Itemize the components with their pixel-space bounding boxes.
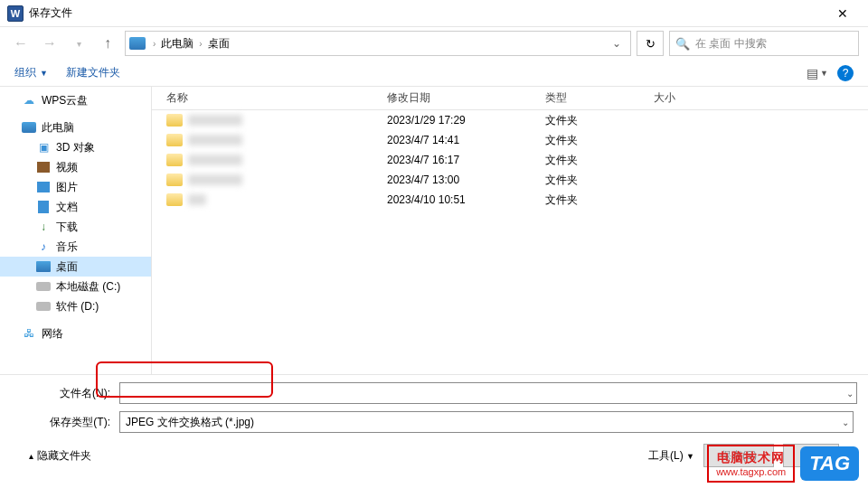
file-name [188,194,206,205]
sidebar-item-disk-c[interactable]: 本地磁盘 (C:) [0,277,151,296]
savetype-combobox[interactable]: JPEG 文件交换格式 (*.jpg) ⌄ [119,411,854,433]
sidebar: ☁WPS云盘 此电脑 ▣3D 对象 视频 图片 文档 ↓下载 ♪音乐 桌面 本地… [0,87,152,374]
watermark-url: www.tagxp.com [716,466,786,477]
breadcrumb-dropdown[interactable]: ⌄ [607,37,627,50]
chevron-up-icon: ▴ [29,451,33,461]
savetype-label: 保存类型(T): [14,415,114,430]
search-placeholder: 在 桌面 中搜索 [695,36,767,52]
app-icon: W [7,5,24,22]
file-type: 文件夹 [545,153,654,168]
forward-button[interactable]: → [38,32,61,55]
watermark-box: 电脑技术网 www.tagxp.com [707,445,795,483]
col-size[interactable]: 大小 [654,90,744,106]
help-button[interactable]: ? [837,65,854,81]
col-date[interactable]: 修改日期 [387,90,545,106]
file-date: 2023/4/7 14:41 [387,134,545,146]
folder-icon [166,114,183,127]
network-icon: 🖧 [22,327,36,340]
file-type: 文件夹 [545,192,654,208]
back-button[interactable]: ← [9,32,33,55]
col-type[interactable]: 类型 [545,90,654,106]
file-type: 文件夹 [545,113,654,128]
view-options-button[interactable]: ▤▼ [807,66,828,80]
cube-icon: ▣ [36,141,51,154]
download-icon: ↓ [36,221,51,233]
file-date: 2023/4/7 13:00 [387,174,545,186]
folder-icon [166,193,183,206]
filename-input[interactable] [119,382,857,404]
sidebar-item-disk-d[interactable]: 软件 (D:) [0,296,151,316]
file-name [188,115,242,126]
tools-dropdown[interactable]: 工具(L) ▼ [648,448,694,464]
document-icon [36,201,51,213]
table-row[interactable]: 2023/1/29 17:29 文件夹 [152,110,868,130]
cloud-icon: ☁ [22,94,36,107]
table-row[interactable]: 2023/4/7 14:41 文件夹 [152,130,868,150]
sidebar-item-desktop[interactable]: 桌面 [0,257,151,277]
search-input[interactable]: 🔍 在 桌面 中搜索 [669,31,859,56]
breadcrumb-seg-desktop[interactable]: 桌面 [204,36,233,52]
main-area: ☁WPS云盘 此电脑 ▣3D 对象 视频 图片 文档 ↓下载 ♪音乐 桌面 本地… [0,87,868,374]
video-icon [36,161,51,174]
new-folder-button[interactable]: 新建文件夹 [66,65,120,80]
recent-dropdown[interactable]: ▾ [67,32,90,55]
file-type: 文件夹 [545,173,654,188]
folder-icon [166,174,183,186]
watermark-tag: TAG [800,446,859,481]
file-date: 2023/4/10 10:51 [387,193,545,206]
folder-icon [166,134,183,146]
chevron-right-icon: › [151,39,157,49]
desktop-icon [36,260,51,273]
up-button[interactable]: ↑ [96,32,119,55]
table-row[interactable]: 2023/4/7 16:17 文件夹 [152,150,868,170]
sidebar-item-wps[interactable]: ☁WPS云盘 [0,90,151,110]
location-icon [129,37,146,50]
column-headers: 名称 修改日期 类型 大小 [152,87,868,110]
file-date: 2023/1/29 17:29 [387,114,545,127]
disk-icon [36,280,51,293]
nav-bar: ← → ▾ ↑ › 此电脑 › 桌面 ⌄ ↻ 🔍 在 桌面 中搜索 [0,27,868,60]
filename-label: 文件名(N): [14,386,114,401]
sidebar-item-videos[interactable]: 视频 [0,157,151,177]
sidebar-item-3d[interactable]: ▣3D 对象 [0,137,151,157]
file-name [188,135,242,145]
chevron-right-icon: › [197,39,203,49]
savetype-value: JPEG 文件交换格式 (*.jpg) [126,415,254,430]
disk-icon [36,300,51,313]
picture-icon [36,181,51,193]
file-name [188,174,242,185]
table-row[interactable]: 2023/4/10 10:51 文件夹 [152,190,868,210]
sidebar-item-documents[interactable]: 文档 [0,197,151,217]
watermark-site: 电脑技术网 [716,450,786,466]
col-name[interactable]: 名称 [152,90,387,106]
title-bar: W 保存文件 ✕ [0,0,868,27]
filename-dropdown[interactable]: ⌄ [846,389,854,399]
chevron-down-icon: ⌄ [842,418,849,427]
file-list: 名称 修改日期 类型 大小 2023/1/29 17:29 文件夹 2023/4… [152,87,868,374]
hide-folders-toggle[interactable]: ▴隐藏文件夹 [29,448,91,464]
breadcrumb[interactable]: › 此电脑 › 桌面 ⌄ [125,31,631,56]
close-button[interactable]: ✕ [825,1,861,26]
sidebar-item-downloads[interactable]: ↓下载 [0,217,151,237]
window-title: 保存文件 [29,5,825,21]
file-name [188,155,242,165]
breadcrumb-seg-pc[interactable]: 此电脑 [157,36,197,52]
table-row[interactable]: 2023/4/7 13:00 文件夹 [152,170,868,190]
sidebar-item-music[interactable]: ♪音乐 [0,237,151,257]
organize-button[interactable]: 组织▼ [14,65,48,80]
sidebar-item-thispc[interactable]: 此电脑 [0,117,151,137]
pc-icon [22,121,36,134]
toolbar: 组织▼ 新建文件夹 ▤▼ ? [0,60,868,87]
folder-icon [166,154,183,166]
file-date: 2023/4/7 16:17 [387,154,545,166]
sidebar-item-pictures[interactable]: 图片 [0,177,151,197]
refresh-button[interactable]: ↻ [637,31,664,56]
file-type: 文件夹 [545,133,654,148]
watermark: 电脑技术网 www.tagxp.com TAG [707,445,859,483]
music-icon: ♪ [36,240,51,253]
sidebar-item-network[interactable]: 🖧网络 [0,324,151,343]
search-icon: 🔍 [675,37,690,51]
